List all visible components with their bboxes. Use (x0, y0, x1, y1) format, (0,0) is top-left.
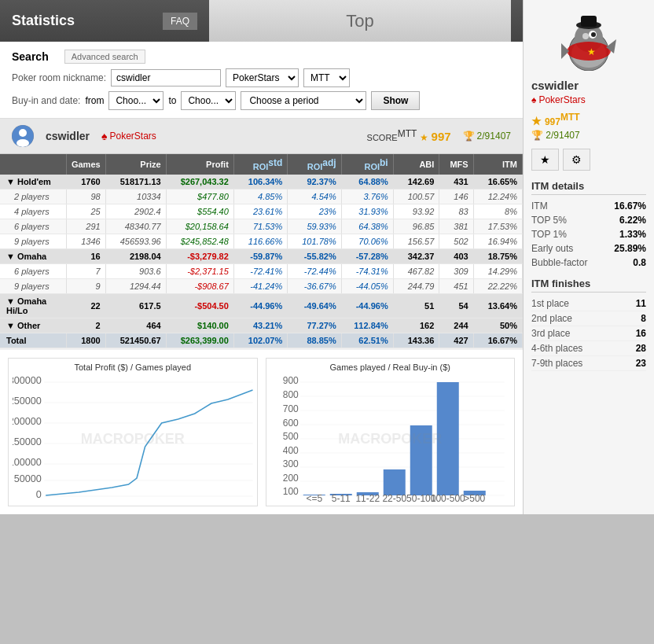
row-roi-bi: 64.38% (341, 219, 393, 234)
row-roi-adj: -72.44% (288, 263, 341, 278)
room-select[interactable]: PokerStars Full Tilt Party Poker (226, 68, 299, 87)
svg-text:400: 400 (282, 445, 298, 456)
col-header-itm: ITM (473, 154, 522, 175)
buyin-chart-area: MACROPOKER 900 800 700 600 500 400 300 2… (270, 376, 511, 502)
itm-title: ITM details (531, 180, 646, 195)
top-label: Top (346, 11, 373, 31)
itm-detail-label: Bubble-factor (531, 257, 587, 268)
period-select[interactable]: Choose a period Last week Last month Las… (241, 91, 366, 110)
table-row: 2 players 98 10334 $477.80 4.85% 4.54% 3… (0, 189, 523, 204)
row-games: 2 (66, 318, 105, 333)
search-title: Search (12, 50, 49, 63)
show-button[interactable]: Show (371, 91, 420, 110)
row-roi-adj: 101.78% (288, 234, 341, 248)
itm-detail-value: 6.22% (619, 215, 646, 226)
svg-marker-57 (561, 43, 569, 59)
profit-chart-title: Total Profit ($) / Games played (13, 362, 253, 372)
user-bar: cswidler ♠ PokerStars SCOREMTT ★ 997 🏆 2… (0, 119, 523, 154)
svg-text:11-22: 11-22 (355, 493, 380, 502)
itm-detail-value: 0.8 (633, 257, 646, 268)
row-itm: 13.64% (473, 293, 522, 318)
row-name: Total (0, 333, 66, 348)
col-header-roi-std: ROIstd (233, 154, 287, 175)
row-name: 6 players (0, 263, 66, 278)
rp-room-name: PokerStars (538, 94, 585, 105)
row-roi-adj: 23% (288, 204, 341, 219)
table-row: 9 players 9 1294.44 -$908.67 -41.24% -36… (0, 278, 523, 293)
row-profit: -$504.50 (166, 293, 233, 318)
type-select[interactable]: MTT SNG Cash (303, 68, 350, 87)
settings-button[interactable]: ⚙ (563, 149, 590, 171)
svg-point-60 (582, 33, 589, 39)
advanced-search-button[interactable]: Advanced search (64, 50, 145, 64)
row-roi-adj: -55.82% (288, 248, 341, 263)
favorite-button[interactable]: ★ (531, 149, 559, 171)
table-row: ▼ Other 2 464 $140.00 43.21% 77.27% 112.… (0, 318, 523, 333)
row-roi-std: 43.21% (233, 318, 287, 333)
profit-chart-area: MACROPOKER 300000 250000 200000 150000 1… (13, 376, 253, 502)
row-prize: 2902.4 (105, 204, 166, 219)
row-roi-bi: 62.51% (341, 333, 393, 348)
svg-text:100-500: 100-500 (430, 493, 465, 502)
table-row: ▼ Omaha Hi/Lo 22 617.5 -$504.50 -44.96% … (0, 293, 523, 318)
charts-area: Total Profit ($) / Games played MACROPOK… (0, 350, 523, 514)
table-row: ▼ Hold'em 1760 518171.13 $267,043.32 106… (0, 175, 523, 190)
svg-rect-39 (410, 425, 432, 495)
row-roi-std: -41.24% (233, 278, 287, 293)
row-name: ▼ Omaha Hi/Lo (0, 293, 66, 318)
row-profit: -$3,279.82 (166, 248, 233, 263)
svg-rect-59 (581, 16, 597, 27)
itm-detail-value: 1.33% (619, 229, 646, 240)
row-games: 98 (66, 189, 105, 204)
row-profit: $20,158.64 (166, 219, 233, 234)
row-roi-bi: -44.96% (341, 293, 393, 318)
action-buttons: ★ ⚙ (531, 149, 646, 171)
row-roi-adj: 4.54% (288, 189, 341, 204)
row-roi-bi: -74.31% (341, 263, 393, 278)
row-abi: 51 (393, 293, 439, 318)
row-itm: 8% (473, 204, 522, 219)
row-profit: $140.00 (166, 318, 233, 333)
score-value: 997 (432, 131, 451, 144)
rank-value: 2/91407 (477, 131, 511, 142)
faq-button[interactable]: FAQ (163, 13, 197, 30)
row-mfs: 244 (439, 318, 473, 333)
table-row: Total 1800 521450.67 $263,399.00 102.07%… (0, 333, 523, 348)
row-games: 7 (66, 263, 105, 278)
svg-text:100000: 100000 (13, 457, 42, 468)
row-abi: 96.85 (393, 219, 439, 234)
finish-row: 3rd place16 (531, 326, 646, 341)
svg-text:0: 0 (36, 489, 42, 500)
col-header-name (0, 154, 66, 175)
svg-text:150000: 150000 (13, 436, 42, 447)
row-games: 1346 (66, 234, 105, 248)
row-roi-std: -59.87% (233, 248, 287, 263)
row-abi: 156.57 (393, 234, 439, 248)
row-abi: 467.82 (393, 263, 439, 278)
svg-text:900: 900 (282, 376, 298, 386)
row-prize: 521450.67 (105, 333, 166, 348)
row-roi-bi: -44.05% (341, 278, 393, 293)
ps-icon: ♠ (531, 94, 536, 105)
to-select[interactable]: Choo... (181, 91, 236, 110)
itm-detail-row: Early outs25.89% (531, 241, 646, 256)
rp-rank-value: 2/91407 (546, 130, 579, 141)
itm-details-list: ITM16.67%TOP 5%6.22%TOP 1%1.33%Early out… (531, 199, 646, 270)
row-prize: 456593.96 (105, 234, 166, 248)
rp-score-sup: MTT (560, 112, 580, 123)
finish-row: 7-9th places23 (531, 356, 646, 371)
room-name-bar: PokerStars (109, 131, 156, 142)
row-roi-bi: 3.76% (341, 189, 393, 204)
itm-detail-label: TOP 5% (531, 215, 567, 226)
itm-detail-label: TOP 1% (531, 229, 567, 240)
row-games: 1800 (66, 333, 105, 348)
nickname-input[interactable] (111, 69, 221, 86)
profit-line-svg: 300000 250000 200000 150000 100000 50000… (13, 376, 253, 502)
row-mfs: 403 (439, 248, 473, 263)
row-profit: $554.40 (166, 204, 233, 219)
user-avatar-small (12, 125, 34, 147)
from-select[interactable]: Choo... (108, 91, 164, 110)
row-mfs: 54 (439, 293, 473, 318)
col-header-mfs: MFS (439, 154, 473, 175)
row-roi-bi: 112.84% (341, 318, 393, 333)
